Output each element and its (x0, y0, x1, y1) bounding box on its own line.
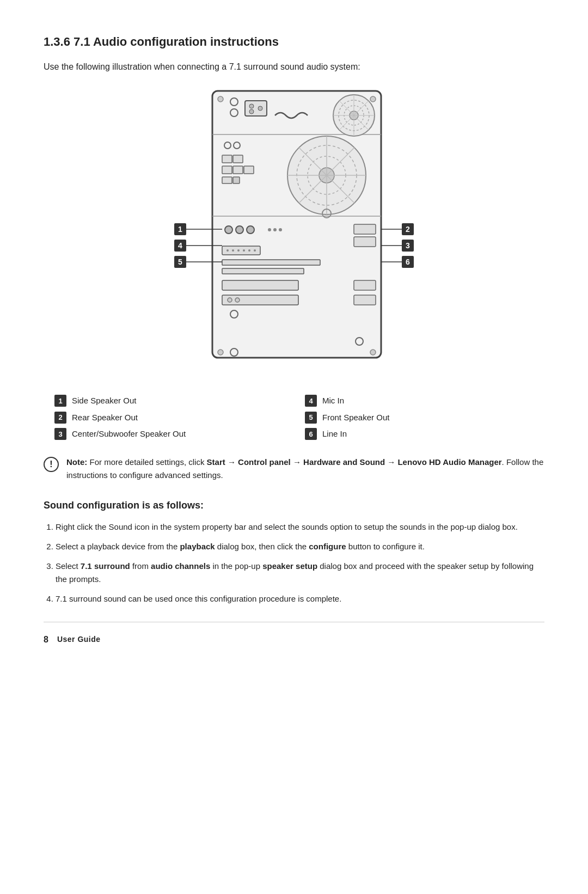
step-4: 7.1 surround sound can be used once this… (56, 592, 544, 605)
sound-config-steps: Right click the Sound icon in the system… (44, 521, 544, 605)
step-3: Select 7.1 surround from audio channels … (56, 560, 544, 586)
legend-badge-4: 4 (305, 395, 317, 407)
svg-rect-27 (233, 177, 240, 183)
svg-rect-43 (354, 224, 376, 234)
svg-point-57 (228, 298, 232, 302)
step-2: Select a playback device from the playba… (56, 540, 544, 553)
svg-point-48 (237, 249, 240, 252)
legend-badge-1: 1 (54, 395, 66, 407)
sound-config-heading: Sound configuration is as follows: (44, 498, 544, 513)
svg-point-8 (258, 106, 262, 111)
svg-point-65 (218, 350, 223, 355)
legend-badge-3: 3 (54, 428, 66, 440)
svg-rect-24 (233, 166, 243, 174)
legend-item-5: 5 Front Speaker Out (305, 412, 534, 424)
svg-text:4: 4 (178, 241, 182, 250)
svg-rect-26 (222, 177, 232, 183)
svg-point-51 (254, 249, 256, 252)
svg-point-9 (249, 109, 254, 114)
legend-item-1: 1 Side Speaker Out (54, 395, 283, 407)
legend-label-2: Rear Speaker Out (72, 412, 138, 424)
svg-rect-55 (354, 280, 376, 290)
svg-point-7 (249, 104, 254, 108)
computer-diagram: 1 2 4 3 5 6 (44, 85, 544, 379)
svg-point-50 (248, 249, 250, 252)
svg-rect-22 (233, 155, 243, 163)
svg-rect-59 (354, 295, 376, 305)
intro-text: Use the following illustration when conn… (44, 60, 544, 74)
note-text: Note: For more detailed settings, click … (66, 456, 544, 482)
svg-rect-23 (222, 166, 232, 174)
svg-point-58 (235, 298, 240, 302)
svg-point-42 (279, 228, 282, 231)
svg-rect-52 (222, 260, 320, 265)
svg-text:3: 3 (406, 241, 410, 250)
svg-point-66 (370, 350, 376, 355)
svg-point-64 (370, 96, 376, 102)
svg-point-49 (243, 249, 245, 252)
svg-text:5: 5 (178, 258, 182, 266)
svg-rect-44 (354, 237, 376, 247)
legend-label-5: Front Speaker Out (322, 412, 389, 424)
svg-point-39 (247, 226, 254, 234)
legend-badge-2: 2 (54, 412, 66, 424)
legend-label-1: Side Speaker Out (72, 395, 136, 407)
page-title: 1.3.6 7.1 Audio configuration instructio… (44, 33, 544, 51)
svg-rect-54 (222, 280, 298, 290)
svg-point-37 (225, 226, 232, 234)
svg-point-46 (226, 249, 229, 252)
svg-point-63 (218, 96, 223, 102)
footer: 8 User Guide (44, 622, 544, 646)
legend-label-4: Mic In (322, 395, 344, 407)
legend-item-2: 2 Rear Speaker Out (54, 412, 283, 424)
legend-label-6: Line In (322, 428, 347, 440)
svg-text:1: 1 (178, 225, 182, 234)
svg-rect-6 (245, 101, 267, 116)
legend-label-3: Center/Subwoofer Speaker Out (72, 428, 186, 440)
svg-rect-56 (222, 295, 298, 305)
svg-text:2: 2 (406, 225, 410, 234)
legend-badge-5: 5 (305, 412, 317, 424)
svg-point-41 (273, 228, 277, 231)
footer-label: User Guide (57, 634, 101, 645)
footer-page-number: 8 (44, 633, 48, 646)
svg-rect-21 (222, 155, 232, 163)
legend-item-4: 4 Mic In (305, 395, 534, 407)
svg-text:6: 6 (406, 258, 410, 266)
legend: 1 Side Speaker Out 4 Mic In 2 Rear Speak… (44, 395, 544, 440)
svg-point-38 (236, 226, 243, 234)
step-1: Right click the Sound icon in the system… (56, 521, 544, 534)
legend-badge-6: 6 (305, 428, 317, 440)
legend-item-6: 6 Line In (305, 428, 534, 440)
svg-point-40 (268, 228, 271, 231)
note-icon: ! (44, 457, 59, 472)
note-box: ! Note: For more detailed settings, clic… (44, 456, 544, 482)
svg-rect-25 (244, 166, 254, 174)
svg-rect-53 (222, 268, 304, 274)
svg-point-47 (232, 249, 234, 252)
legend-item-3: 3 Center/Subwoofer Speaker Out (54, 428, 283, 440)
